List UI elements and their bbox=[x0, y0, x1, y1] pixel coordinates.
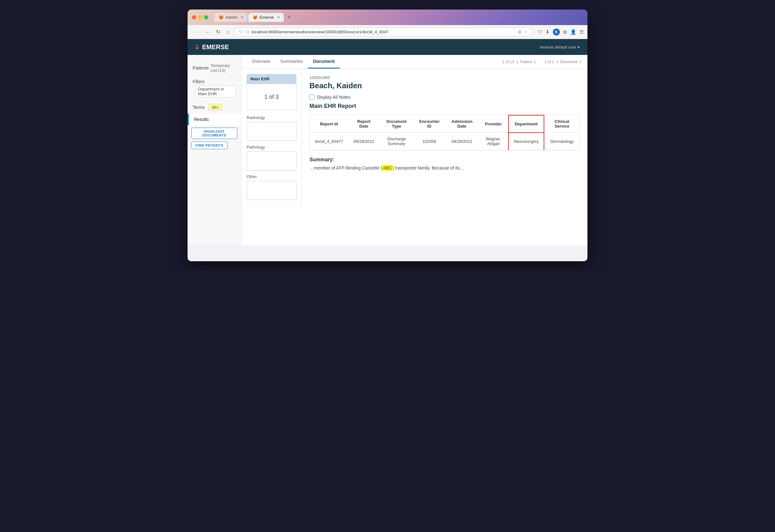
traffic-lights[interactable] bbox=[192, 15, 208, 19]
summary-text-before: …member of ATP-Binding Cassette ( bbox=[309, 165, 382, 170]
forward-button[interactable]: → bbox=[203, 29, 212, 36]
app-logo: ↆ EMERSE bbox=[195, 43, 229, 51]
cell-department: Neurosurgery bbox=[509, 133, 544, 150]
filters-value: Department in Main EHR bbox=[195, 85, 236, 97]
minimize-button[interactable] bbox=[198, 15, 202, 19]
browser-nav: ← → ↻ ⌂ 🛡 ◻ localhost:8080/emerse/result… bbox=[187, 25, 588, 39]
find-patients-button[interactable]: FIND PATIENTS bbox=[191, 141, 227, 149]
col-department: Department bbox=[509, 115, 544, 133]
firefox-icon: 🦊 bbox=[218, 15, 224, 20]
other-section: Other bbox=[246, 174, 296, 200]
display-all-notes-label: Display All Notes bbox=[317, 95, 350, 100]
nav-icons: 🛡 ⬇ K ⊞ 👤 ☰ bbox=[538, 29, 584, 36]
cell-encounter-id: 102356 bbox=[414, 133, 445, 150]
document-pagination-info: 1 of 1 bbox=[545, 60, 554, 64]
profile-icon[interactable]: 👤 bbox=[570, 29, 576, 35]
address-bar[interactable]: 🛡 ◻ localhost:8080/emerse/results/overvi… bbox=[234, 28, 533, 36]
patient-pagination-nav[interactable]: ‹ Patient › bbox=[516, 59, 537, 65]
display-all-notes[interactable]: Display All Notes bbox=[309, 95, 580, 100]
cell-provider: Wagner, Abigail bbox=[479, 133, 509, 150]
cell-doc-type: Discharge Summary bbox=[379, 133, 414, 150]
col-report-id: Report Id bbox=[310, 115, 348, 133]
content-tabs: Overview Summaries Document 1 of 13 ‹ Pa… bbox=[241, 55, 588, 69]
reload-button[interactable]: ↻ bbox=[214, 28, 222, 36]
summary-text: …member of ATP-Binding Cassette (ABC) tr… bbox=[309, 164, 580, 171]
patient-pagination-info: 1 of 13 bbox=[503, 60, 514, 64]
terms-label: Terms bbox=[193, 105, 205, 110]
vpn-icon[interactable]: 🛡 bbox=[538, 29, 542, 35]
patient-prev-button[interactable]: ‹ bbox=[516, 59, 520, 65]
radiology-label: Radiology bbox=[246, 115, 296, 120]
document-prev-button[interactable]: ‹ bbox=[555, 59, 560, 65]
shield-icon: 🛡 bbox=[239, 30, 243, 34]
document-pagination: 1 of 1 ‹ Document › bbox=[545, 59, 582, 65]
menu-icon[interactable]: ☰ bbox=[580, 29, 584, 35]
maximize-button[interactable] bbox=[204, 15, 208, 19]
tab-emerse-label: Emerse bbox=[259, 15, 274, 20]
new-tab-button[interactable]: + bbox=[285, 13, 293, 22]
account-icon[interactable]: K bbox=[553, 29, 560, 36]
sidebar-item-terms[interactable]: Terms abc bbox=[187, 101, 241, 114]
sidebar: Patients Temporary List (13) Filters Dep… bbox=[187, 55, 241, 245]
tabs-left: Overview Summaries Document bbox=[246, 55, 340, 69]
pathology-box[interactable] bbox=[246, 151, 296, 170]
tab-emerse[interactable]: 🦊 Emerse ✕ bbox=[248, 13, 284, 22]
tab-summaries[interactable]: Summaries bbox=[275, 55, 308, 69]
col-provider: Provider bbox=[479, 115, 509, 133]
other-box[interactable] bbox=[246, 181, 296, 200]
document-next-button[interactable]: › bbox=[578, 59, 582, 65]
main-ehr-count[interactable]: 1 of 3 bbox=[246, 84, 296, 110]
patient-area: Main EHR 1 of 3 Radiology Pathology Othe… bbox=[241, 69, 588, 209]
cell-admission-date: 09/29/2012 bbox=[445, 133, 479, 150]
app-title: EMERSE bbox=[202, 43, 229, 51]
patient-id: 100001865 bbox=[309, 75, 580, 80]
browser-menu-icon[interactable]: ▾ bbox=[581, 15, 583, 20]
summary-text-after: ) transporter family. Because of its… bbox=[393, 165, 464, 170]
browser-tabs: 🦊 Admin ✕ 🦊 Emerse ✕ + bbox=[214, 13, 578, 22]
table-row: docid_4_60477 09/29/2012 Discharge Summa… bbox=[310, 133, 580, 150]
col-clinical-service: Clinical Service bbox=[544, 115, 580, 133]
tab-overview[interactable]: Overview bbox=[246, 55, 275, 69]
display-all-notes-checkbox[interactable] bbox=[309, 95, 314, 100]
download-icon[interactable]: ⬇ bbox=[546, 29, 550, 35]
report-title: Main EHR Report bbox=[309, 103, 580, 109]
tab-emerse-close[interactable]: ✕ bbox=[277, 15, 280, 19]
results-label: Results bbox=[194, 117, 209, 122]
address-text: localhost:8080/emerse/results/overview/1… bbox=[252, 30, 516, 34]
app-topbar: ↆ EMERSE emerse default user ▾ bbox=[187, 39, 588, 55]
results-buttons: HIGHLIGHT DOCUMENTS FIND PATIENTS bbox=[187, 125, 241, 152]
user-dropdown-icon: ▾ bbox=[578, 45, 580, 49]
tab-admin-close[interactable]: ✕ bbox=[240, 15, 243, 19]
tab-admin-label: Admin bbox=[226, 15, 237, 20]
home-button[interactable]: ⌂ bbox=[225, 29, 232, 36]
cell-report-id: docid_4_60477 bbox=[310, 133, 348, 150]
document-pagination-nav[interactable]: ‹ Document › bbox=[555, 59, 582, 65]
highlight-documents-button[interactable]: HIGHLIGHT DOCUMENTS bbox=[191, 128, 237, 139]
sidebar-item-results[interactable]: Results bbox=[187, 114, 241, 125]
patient-nav-label: Patient bbox=[520, 60, 532, 64]
patient-pagination: 1 of 13 ‹ Patient › bbox=[503, 59, 537, 65]
tab-admin[interactable]: 🦊 Admin ✕ bbox=[214, 13, 247, 22]
source-panel: Main EHR 1 of 3 Radiology Pathology Othe… bbox=[241, 69, 302, 209]
radiology-box[interactable] bbox=[246, 122, 296, 141]
tab-document[interactable]: Document bbox=[308, 55, 339, 69]
pathology-label: Pathology bbox=[246, 145, 296, 149]
tabs-right: 1 of 13 ‹ Patient › 1 of 1 bbox=[503, 59, 582, 65]
col-report-date: Report Date bbox=[348, 115, 379, 133]
lock-icon: ◻ bbox=[246, 30, 249, 34]
user-menu[interactable]: emerse default user ▾ bbox=[540, 45, 580, 49]
patients-value: Temporary List (13) bbox=[211, 63, 236, 73]
sidebar-item-filters[interactable]: Filters Department in Main EHR bbox=[187, 76, 241, 101]
filters-label: Filters bbox=[193, 79, 205, 84]
patient-next-button[interactable]: › bbox=[533, 59, 537, 65]
bookmark-icon: ☆ bbox=[524, 30, 528, 34]
main-ehr-header: Main EHR bbox=[246, 74, 296, 84]
back-button[interactable]: ← bbox=[191, 29, 200, 36]
extensions-icon[interactable]: ⊞ bbox=[563, 29, 567, 35]
doc-detail: 100001865 Beach, Kaiden Display All Note… bbox=[302, 69, 588, 209]
cell-clinical-service: Dermatology bbox=[544, 133, 580, 150]
close-button[interactable] bbox=[192, 15, 196, 19]
sidebar-item-patients[interactable]: Patients Temporary List (13) bbox=[187, 60, 241, 76]
document-nav-label: Document bbox=[560, 60, 578, 64]
terms-badge: abc bbox=[208, 104, 221, 110]
